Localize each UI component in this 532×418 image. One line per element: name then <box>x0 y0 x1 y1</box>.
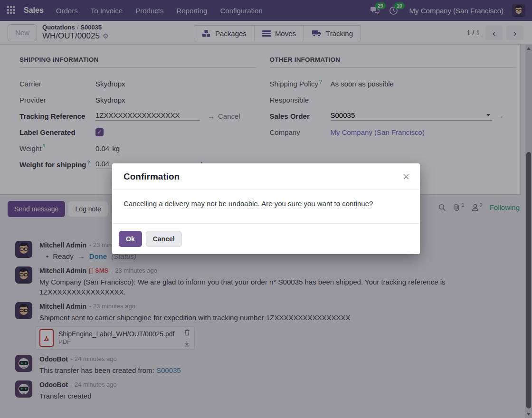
dialog-title: Confirmation <box>124 171 180 182</box>
cancel-button[interactable]: Cancel <box>146 231 182 247</box>
dialog-footer: Ok Cancel <box>112 223 420 254</box>
confirmation-dialog: Confirmation × Cancelling a delivery may… <box>112 163 420 254</box>
ok-button[interactable]: Ok <box>119 231 142 247</box>
close-icon[interactable]: × <box>403 171 409 182</box>
dialog-header: Confirmation × <box>112 163 420 190</box>
app-window: Sales Orders To Invoice Products Reporti… <box>0 0 532 418</box>
dialog-body-text: Cancelling a delivery may not be undoabl… <box>112 190 420 223</box>
